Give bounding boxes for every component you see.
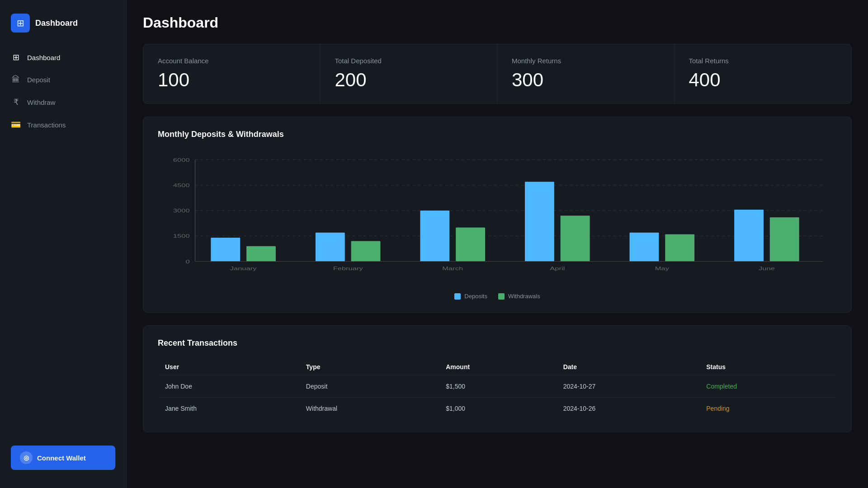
chart-section: Monthly Deposits & Withdrawals 015003000… bbox=[143, 117, 852, 313]
legend-withdrawals: Withdrawals bbox=[498, 293, 540, 300]
svg-rect-14 bbox=[351, 241, 381, 261]
svg-rect-13 bbox=[316, 233, 345, 262]
svg-rect-20 bbox=[561, 216, 590, 261]
table-cell-1-2: $1,000 bbox=[439, 398, 556, 420]
connect-wallet-label: Connect Wallet bbox=[37, 454, 86, 462]
chart-legend: Deposits Withdrawals bbox=[158, 293, 837, 300]
svg-text:3000: 3000 bbox=[173, 208, 190, 214]
svg-text:March: March bbox=[442, 265, 463, 271]
stat-value-monthly-returns: 300 bbox=[512, 69, 660, 91]
sidebar: ⊞ Dashboard ⊞ Dashboard 🏛 Deposit ₹ With… bbox=[0, 0, 127, 488]
logo-text: Dashboard bbox=[35, 19, 78, 28]
page-title: Dashboard bbox=[143, 14, 852, 31]
stat-card-monthly-returns: Monthly Returns 300 bbox=[497, 44, 675, 103]
svg-text:1500: 1500 bbox=[173, 233, 190, 239]
connect-wallet-button[interactable]: ◎ Connect Wallet bbox=[11, 446, 115, 470]
legend-deposits: Deposits bbox=[454, 293, 487, 300]
transactions-icon: 💳 bbox=[11, 120, 21, 130]
stat-value-total-returns: 400 bbox=[689, 69, 837, 91]
sidebar-logo: ⊞ Dashboard bbox=[0, 9, 126, 46]
legend-deposits-label: Deposits bbox=[464, 293, 487, 300]
table-row: John DoeDeposit$1,5002024-10-27Completed bbox=[158, 375, 837, 398]
stat-card-total-returns: Total Returns 400 bbox=[675, 44, 852, 103]
main-content: Dashboard Account Balance 100 Total Depo… bbox=[127, 0, 868, 488]
svg-text:May: May bbox=[655, 265, 670, 271]
th-status: Status bbox=[699, 359, 837, 375]
logo-icon: ⊞ bbox=[11, 14, 30, 33]
svg-rect-19 bbox=[525, 182, 554, 261]
legend-deposits-dot bbox=[454, 293, 461, 300]
svg-text:0: 0 bbox=[185, 258, 189, 264]
svg-rect-26 bbox=[770, 217, 799, 262]
stat-label-account-balance: Account Balance bbox=[158, 57, 306, 65]
table-cell-1-1: Withdrawal bbox=[299, 398, 439, 420]
svg-rect-17 bbox=[456, 227, 485, 261]
svg-text:4500: 4500 bbox=[173, 182, 190, 188]
chart-title: Monthly Deposits & Withdrawals bbox=[158, 130, 837, 139]
stat-label-total-deposited: Total Deposited bbox=[335, 57, 483, 65]
dashboard-icon: ⊞ bbox=[11, 52, 21, 62]
table-cell-1-4: Pending bbox=[699, 398, 837, 420]
withdraw-icon: ₹ bbox=[11, 97, 21, 107]
svg-rect-23 bbox=[665, 234, 694, 261]
stat-label-total-returns: Total Returns bbox=[689, 57, 837, 65]
bar-chart: 01500300045006000JanuaryFebruaryMarchApr… bbox=[158, 150, 837, 286]
stat-label-monthly-returns: Monthly Returns bbox=[512, 57, 660, 65]
sidebar-item-dashboard-label: Dashboard bbox=[27, 54, 60, 61]
sidebar-item-dashboard[interactable]: ⊞ Dashboard bbox=[0, 46, 126, 69]
sidebar-bottom: ◎ Connect Wallet bbox=[0, 436, 126, 479]
svg-text:June: June bbox=[759, 265, 775, 271]
svg-rect-22 bbox=[630, 233, 659, 262]
svg-rect-11 bbox=[246, 246, 276, 262]
transactions-table: UserTypeAmountDateStatus John DoeDeposit… bbox=[158, 359, 837, 419]
sidebar-item-withdraw-label: Withdraw bbox=[27, 99, 56, 106]
svg-text:6000: 6000 bbox=[173, 157, 190, 163]
stat-card-account-balance: Account Balance 100 bbox=[143, 44, 321, 103]
transactions-section: Recent Transactions UserTypeAmountDateSt… bbox=[143, 325, 852, 432]
stat-value-total-deposited: 200 bbox=[335, 69, 483, 91]
th-date: Date bbox=[556, 359, 699, 375]
table-header-row: UserTypeAmountDateStatus bbox=[158, 359, 837, 375]
th-user: User bbox=[158, 359, 299, 375]
table-cell-0-0: John Doe bbox=[158, 375, 299, 398]
table-row: Jane SmithWithdrawal$1,0002024-10-26Pend… bbox=[158, 398, 837, 420]
chart-container: 01500300045006000JanuaryFebruaryMarchApr… bbox=[158, 150, 837, 287]
transactions-table-head: UserTypeAmountDateStatus bbox=[158, 359, 837, 375]
table-cell-0-2: $1,500 bbox=[439, 375, 556, 398]
sidebar-item-deposit-label: Deposit bbox=[27, 76, 50, 84]
stat-cards: Account Balance 100 Total Deposited 200 … bbox=[143, 44, 852, 104]
sidebar-item-withdraw[interactable]: ₹ Withdraw bbox=[0, 91, 126, 113]
transactions-title: Recent Transactions bbox=[158, 338, 837, 348]
svg-rect-10 bbox=[211, 238, 240, 262]
stat-card-total-deposited: Total Deposited 200 bbox=[321, 44, 498, 103]
table-cell-0-4: Completed bbox=[699, 375, 837, 398]
transactions-table-body: John DoeDeposit$1,5002024-10-27Completed… bbox=[158, 375, 837, 420]
table-cell-1-3: 2024-10-26 bbox=[556, 398, 699, 420]
svg-text:January: January bbox=[230, 265, 257, 271]
legend-withdrawals-dot bbox=[498, 293, 505, 300]
sidebar-item-transactions[interactable]: 💳 Transactions bbox=[0, 113, 126, 136]
stat-value-account-balance: 100 bbox=[158, 69, 306, 91]
svg-rect-16 bbox=[420, 211, 449, 262]
table-cell-0-1: Deposit bbox=[299, 375, 439, 398]
nav-menu: ⊞ Dashboard 🏛 Deposit ₹ Withdraw 💳 Trans… bbox=[0, 46, 126, 136]
legend-withdrawals-label: Withdrawals bbox=[508, 293, 540, 300]
th-type: Type bbox=[299, 359, 439, 375]
deposit-icon: 🏛 bbox=[11, 75, 21, 84]
table-cell-1-0: Jane Smith bbox=[158, 398, 299, 420]
th-amount: Amount bbox=[439, 359, 556, 375]
table-cell-0-3: 2024-10-27 bbox=[556, 375, 699, 398]
sidebar-item-transactions-label: Transactions bbox=[27, 121, 66, 129]
wallet-icon: ◎ bbox=[20, 451, 33, 464]
svg-text:April: April bbox=[550, 265, 565, 271]
svg-rect-25 bbox=[734, 210, 764, 261]
svg-text:February: February bbox=[333, 265, 363, 271]
sidebar-item-deposit[interactable]: 🏛 Deposit bbox=[0, 69, 126, 91]
